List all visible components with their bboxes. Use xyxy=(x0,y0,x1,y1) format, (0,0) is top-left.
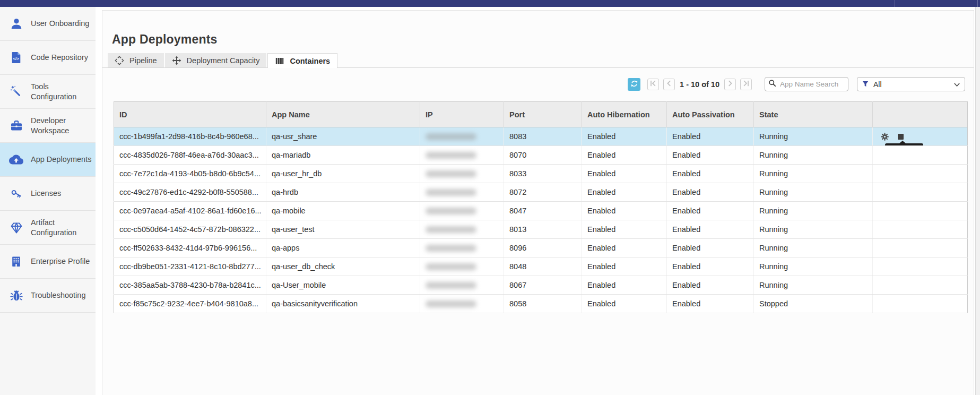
cell-ip xyxy=(420,165,504,183)
redacted-ip-value xyxy=(426,263,476,270)
hibernate-stop-icon[interactable] xyxy=(898,134,904,140)
filter-dropdown[interactable]: All xyxy=(857,77,965,91)
cell-state: Running xyxy=(754,202,873,220)
column-header-ip: IP xyxy=(420,102,504,127)
sidebar-item-code-repository[interactable]: </> Code Repository xyxy=(0,41,96,75)
cell-auto-passivation: Enabled xyxy=(667,257,754,276)
cell-app-name: qa-usr_share xyxy=(266,127,420,146)
app-name-search xyxy=(765,77,848,91)
sidebar-item-tools-configuration[interactable]: Tools Configuration xyxy=(0,75,96,109)
cell-auto-hibernation: Enabled xyxy=(582,202,667,220)
cell-ip xyxy=(420,220,504,239)
tab-containers[interactable]: Containers xyxy=(267,53,337,68)
topbar-separator xyxy=(895,0,895,7)
cell-ip xyxy=(420,257,504,276)
cell-app-name: qa-User_mobile xyxy=(266,276,420,295)
table-header-row: IDApp NameIPPortAuto HibernationAuto Pas… xyxy=(114,102,968,127)
tools-configuration-icon xyxy=(9,84,23,99)
user-icon xyxy=(9,16,23,31)
cell-port: 8070 xyxy=(504,146,582,165)
redacted-ip-value xyxy=(426,245,476,252)
sidebar-item-label: User Onboarding xyxy=(31,19,93,29)
cell-ip xyxy=(420,239,504,257)
cell-app-name: qa-basicsanityverification xyxy=(266,295,420,313)
sidebar-item-artifact-configuration[interactable]: Artifact Configuration xyxy=(0,211,96,245)
search-input[interactable] xyxy=(779,80,845,89)
previous-page-button[interactable] xyxy=(663,79,675,90)
last-page-button[interactable] xyxy=(740,79,752,90)
chevron-down-icon xyxy=(954,80,960,89)
cell-auto-hibernation: Enabled xyxy=(582,165,667,183)
table-row[interactable]: ccc-4835d026-788f-46ea-a76d-30aac3... qa… xyxy=(114,146,968,165)
deployment-capacity-icon xyxy=(172,56,181,65)
sidebar-item-label: Developer Workspace xyxy=(31,116,93,136)
cell-actions: Hibernate xyxy=(873,127,968,146)
cell-ip xyxy=(420,127,504,146)
first-page-button[interactable] xyxy=(647,79,659,90)
sidebar-item-enterprise-profile[interactable]: Enterprise Profile xyxy=(0,245,96,279)
cell-port: 8072 xyxy=(504,183,582,202)
sidebar-item-label: Code Repository xyxy=(31,53,93,63)
cell-auto-hibernation: Enabled xyxy=(582,239,667,257)
sidebar-item-label: Artifact Configuration xyxy=(31,218,93,238)
cell-port: 8048 xyxy=(504,257,582,276)
table-row[interactable]: ccc-c5050d64-1452-4c57-872b-086322... qa… xyxy=(114,220,968,239)
table-row[interactable]: ccc-db9be051-2331-4121-8c10-8bd277... qa… xyxy=(114,257,968,276)
sidebar-item-troubleshooting[interactable]: Troubleshooting xyxy=(0,279,96,313)
cell-ip xyxy=(420,295,504,313)
cell-auto-hibernation: Enabled xyxy=(582,295,667,313)
cell-port: 8083 xyxy=(504,127,582,146)
page-title: App Deployments xyxy=(112,32,218,47)
cell-auto-passivation: Enabled xyxy=(667,202,754,220)
cell-ip xyxy=(420,276,504,295)
sidebar-item-developer-workspace[interactable]: Developer Workspace xyxy=(0,109,96,143)
cell-id: ccc-385aa5ab-3788-4230-b78a-b2841c... xyxy=(114,276,266,295)
cell-state: Running xyxy=(754,146,873,165)
sidebar-item-licenses[interactable]: Licenses xyxy=(0,177,96,211)
developer-workspace-icon xyxy=(9,118,23,133)
refresh-button[interactable] xyxy=(628,78,640,91)
column-header-state: State xyxy=(754,102,873,127)
tab-deployment-capacity[interactable]: Deployment Capacity xyxy=(165,53,267,67)
table-row[interactable]: ccc-0e97aea4-a5af-4102-86a1-fd60e16... q… xyxy=(114,202,968,220)
topbar-separator xyxy=(977,0,978,7)
first-page-icon xyxy=(649,80,657,89)
settings-gear-icon[interactable] xyxy=(881,133,889,141)
artifact-configuration-icon xyxy=(9,220,23,235)
cell-state: Running xyxy=(754,127,873,146)
redacted-ip-value xyxy=(426,152,476,159)
cell-port: 8013 xyxy=(504,220,582,239)
cell-actions: Hibernate xyxy=(873,165,968,183)
tab-label: Pipeline xyxy=(129,56,157,65)
cell-actions: Hibernate xyxy=(873,257,968,276)
cell-state: Running xyxy=(754,257,873,276)
svg-text:</>: </> xyxy=(13,56,20,61)
hibernate-tooltip: Hibernate xyxy=(885,143,923,146)
table-row[interactable]: ccc-7e72c1da-4193-4b05-b8d0-6b9c54... qa… xyxy=(114,165,968,183)
pipeline-icon xyxy=(115,56,124,65)
column-header-id: ID xyxy=(114,102,266,127)
sidebar-item-app-deployments[interactable]: App Deployments xyxy=(0,143,96,177)
table-row[interactable]: ccc-f85c75c2-9232-4ee7-b404-9810a8... qa… xyxy=(114,295,968,313)
tab-label: Containers xyxy=(290,57,330,65)
page-scrollbar[interactable] xyxy=(975,7,980,395)
pagination-range-label: 1 - 10 of 10 xyxy=(680,80,719,89)
sidebar-item-user-onboarding[interactable]: User Onboarding xyxy=(0,7,96,41)
sidebar-item-label: Tools Configuration xyxy=(31,82,93,102)
table-row[interactable]: ccc-49c27876-ed1c-4292-b0f8-550588... qa… xyxy=(114,183,968,202)
sidebar-item-label: Enterprise Profile xyxy=(31,256,93,267)
cell-id: ccc-db9be051-2331-4121-8c10-8bd277... xyxy=(114,257,266,276)
cell-actions: Hibernate xyxy=(873,239,968,257)
tab-pipeline[interactable]: Pipeline xyxy=(108,53,164,67)
cell-id: ccc-0e97aea4-a5af-4102-86a1-fd60e16... xyxy=(114,202,266,220)
cell-ip xyxy=(420,202,504,220)
cell-port: 8096 xyxy=(504,239,582,257)
table-row[interactable]: ccc-385aa5ab-3788-4230-b78a-b2841c... qa… xyxy=(114,276,968,295)
cell-auto-passivation: Enabled xyxy=(667,276,754,295)
cell-state: Stopped xyxy=(754,295,873,313)
next-page-button[interactable] xyxy=(724,79,736,90)
table-row[interactable]: ccc-1b499fa1-2d98-416b-8c4b-960e68... qa… xyxy=(114,127,968,146)
table-row[interactable]: ccc-ff502633-8432-41d4-97b6-996156... qa… xyxy=(114,239,968,257)
sidebar-item-label: Troubleshooting xyxy=(31,290,93,300)
refresh-icon xyxy=(630,80,638,89)
